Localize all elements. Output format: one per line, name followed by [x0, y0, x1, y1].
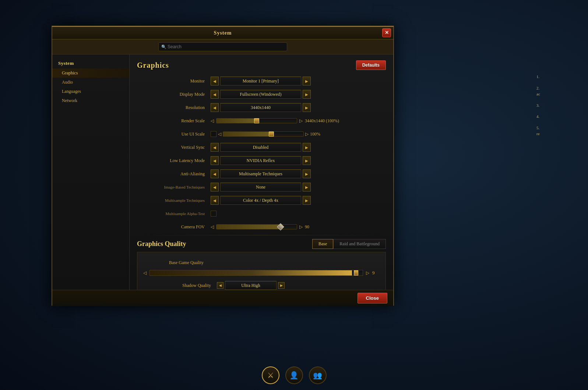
multisample-next-button[interactable]: ▶ [303, 196, 311, 205]
multisample-alpha-row: Multisample Alpha-Test [137, 208, 386, 219]
anti-aliasing-prev-button[interactable]: ◀ [211, 169, 219, 178]
ui-scale-prev-button[interactable]: ◁ [218, 131, 221, 137]
quality-header: Graphics Quality Base Raid and Battlegro… [137, 239, 386, 249]
sidebar-item-graphics[interactable]: Graphics [52, 68, 129, 78]
quality-tabs: Base Raid and Battleground [312, 239, 386, 249]
dialog-close-button[interactable]: ✕ [382, 28, 391, 37]
render-scale-row: Render Scale ◁ ▷ 3440x1440 (100%) [137, 115, 386, 127]
render-scale-value: 3440x1440 (100%) [305, 118, 339, 124]
camera-fov-row: Camera FOV ◁ ▷ 90 [137, 221, 386, 233]
tab-raid[interactable]: Raid and Battleground [333, 239, 386, 249]
monitor-control: ◀ Monitor 1 [Primary] ▶ [211, 77, 311, 85]
quality-prev-button[interactable]: ◁ [143, 270, 147, 276]
tab-base[interactable]: Base [312, 239, 333, 249]
display-mode-next-button[interactable]: ▶ [303, 90, 311, 99]
render-scale-label: Render Scale [137, 118, 211, 124]
image-based-next-button[interactable]: ▶ [303, 183, 311, 192]
shadow-quality-label: Shadow Quality [143, 283, 217, 288]
image-based-row: Image-Based Techniques ◀ None ▶ [137, 181, 386, 193]
graphics-quality-section: Graphics Quality Base Raid and Battlegro… [137, 239, 386, 290]
multisample-prev-button[interactable]: ◀ [211, 196, 219, 205]
camera-fov-control: ◁ ▷ 90 [211, 224, 334, 230]
tip-5: 5.re [536, 125, 581, 137]
image-based-prev-button[interactable]: ◀ [211, 183, 219, 192]
sidebar-item-audio[interactable]: Audio [52, 78, 129, 87]
resolution-row: Resolution ◀ 3440x1440 ▶ [137, 102, 386, 113]
multisample-alpha-checkbox[interactable] [211, 211, 216, 217]
bottom-icon-social[interactable]: 👤 [285, 366, 303, 384]
content-scroll[interactable]: Graphics Defaults Monitor ◀ Monitor 1 [P… [130, 55, 393, 290]
vertical-sync-value: Disabled [220, 143, 301, 152]
resolution-prev-button[interactable]: ◀ [211, 103, 219, 112]
quality-slider-row: ◁ ▷ 9 [143, 270, 380, 276]
ui-scale-label: Use UI Scale [137, 131, 211, 137]
sidebar-item-network[interactable]: Network [52, 96, 129, 105]
low-latency-control: ◀ NVIDIA Reflex ▶ [211, 156, 311, 165]
vertical-sync-control: ◀ Disabled ▶ [211, 143, 311, 152]
monitor-next-button[interactable]: ▶ [303, 77, 311, 85]
tip-panel: 1. 2.ac 3. 4. 5.re [536, 74, 581, 142]
search-input[interactable] [158, 42, 287, 51]
tip-3: 3. [536, 102, 581, 109]
anti-aliasing-value: Multisample Techniques [220, 169, 301, 178]
ui-scale-slider[interactable] [223, 131, 304, 137]
anti-aliasing-label: Anti-Aliasing [137, 171, 211, 177]
sidebar-system-label: System [52, 58, 129, 68]
bottom-icon-group[interactable]: 👥 [309, 366, 327, 384]
monitor-prev-button[interactable]: ◀ [211, 77, 219, 85]
defaults-button[interactable]: Defaults [356, 60, 386, 70]
quality-slider-value: 9 [372, 270, 380, 276]
dialog-title-bar: System ✕ [52, 27, 393, 39]
vertical-sync-next-button[interactable]: ▶ [303, 143, 311, 152]
resolution-label: Resolution [137, 105, 211, 110]
anti-aliasing-next-button[interactable]: ▶ [303, 169, 311, 178]
graphics-quality-title: Graphics Quality [137, 240, 186, 248]
display-mode-prev-button[interactable]: ◀ [211, 90, 219, 99]
shadow-quality-control: ◀ Ultra High ▶ [217, 281, 285, 290]
render-scale-prev-button[interactable]: ◁ [211, 118, 214, 124]
image-based-label: Image-Based Techniques [137, 185, 211, 189]
camera-fov-slider[interactable] [216, 224, 297, 229]
display-mode-row: Display Mode ◀ Fullscreen (Windowed) ▶ [137, 88, 386, 100]
search-bar: 🔍 [52, 39, 393, 55]
display-mode-label: Display Mode [137, 92, 211, 97]
camera-fov-prev-button[interactable]: ◁ [211, 224, 214, 230]
shadow-quality-next-button[interactable]: ▶ [278, 282, 285, 289]
ui-scale-checkbox[interactable] [211, 131, 216, 137]
dialog-footer: Close [52, 290, 393, 306]
shadow-quality-prev-button[interactable]: ◀ [217, 282, 223, 289]
tip-4: 4. [536, 113, 581, 120]
close-button[interactable]: Close [358, 293, 387, 303]
low-latency-label: Low Latency Mode [137, 158, 211, 164]
low-latency-next-button[interactable]: ▶ [303, 156, 311, 165]
render-scale-slider[interactable] [216, 118, 297, 123]
bottom-icons: ⚔ 👤 👥 [262, 366, 327, 384]
resolution-next-button[interactable]: ▶ [303, 103, 311, 112]
quality-slider[interactable] [149, 270, 363, 276]
section-divider [137, 235, 386, 235]
graphics-section-header: Graphics Defaults [137, 60, 386, 70]
ui-scale-value: 100% [310, 131, 339, 137]
render-scale-next-button[interactable]: ▷ [299, 118, 303, 124]
search-input-wrap: 🔍 [158, 42, 287, 51]
sidebar-item-languages[interactable]: Languages [52, 87, 129, 96]
image-based-value: None [220, 183, 301, 192]
low-latency-prev-button[interactable]: ◀ [211, 156, 219, 165]
base-quality-row: Base Game Quality [143, 257, 380, 268]
ui-scale-next-button[interactable]: ▷ [305, 131, 309, 137]
main-content: Graphics Defaults Monitor ◀ Monitor 1 [P… [130, 55, 393, 290]
quality-next-button[interactable]: ▷ [366, 270, 369, 276]
resolution-control: ◀ 3440x1440 ▶ [211, 103, 311, 112]
camera-fov-next-button[interactable]: ▷ [299, 224, 303, 230]
multisample-value: Color 4x / Depth 4x [220, 196, 301, 205]
image-based-control: ◀ None ▶ [211, 183, 311, 192]
multisample-label: Multisample Techniques [137, 198, 211, 203]
graphics-title: Graphics [137, 61, 169, 70]
vertical-sync-prev-button[interactable]: ◀ [211, 143, 219, 152]
multisample-alpha-label: Multisample Alpha-Test [137, 211, 211, 216]
bottom-icon-character[interactable]: ⚔ [262, 366, 279, 384]
ui-scale-control: ◁ ▷ 100% [211, 131, 339, 137]
monitor-value: Monitor 1 [Primary] [220, 77, 301, 85]
resolution-value: 3440x1440 [220, 103, 301, 112]
base-quality-label: Base Game Quality [143, 260, 210, 266]
